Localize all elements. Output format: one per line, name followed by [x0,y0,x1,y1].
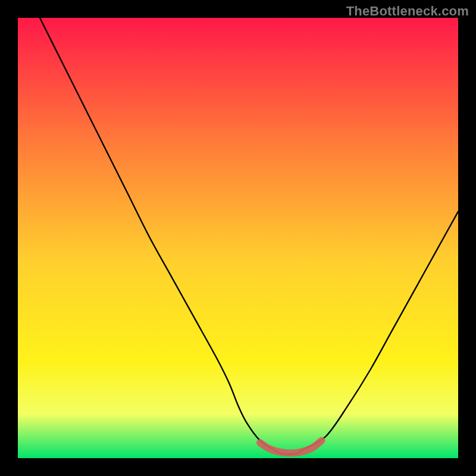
watermark-text: TheBottleneck.com [346,4,469,19]
chart-svg [18,18,458,458]
chart-frame: TheBottleneck.com [0,0,476,476]
plot-area [18,18,458,458]
gradient-background [18,18,458,458]
